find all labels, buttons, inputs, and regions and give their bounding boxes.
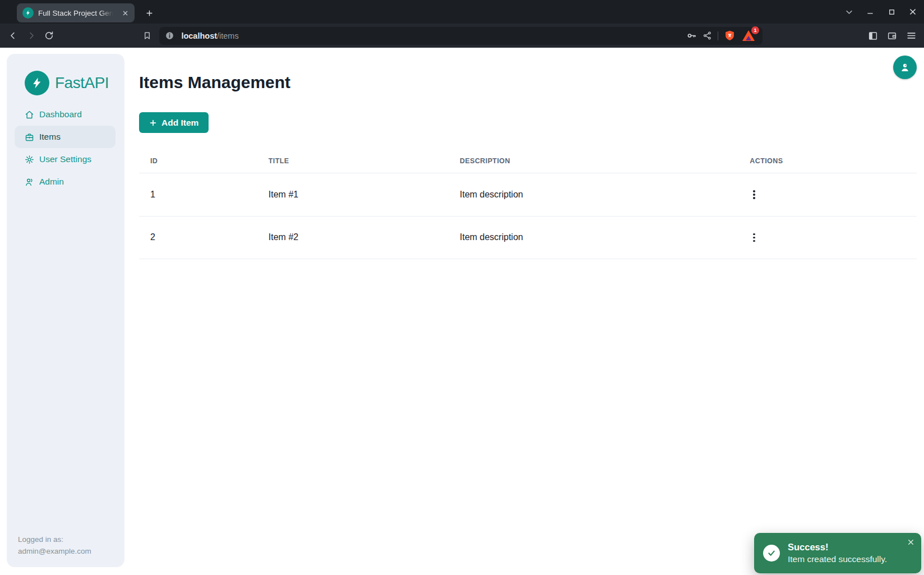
window-maximize-button[interactable] [884, 4, 899, 20]
table-header-row: ID TITLE DESCRIPTION ACTIONS [139, 151, 917, 173]
cell-id: 1 [139, 173, 257, 217]
reload-button[interactable] [40, 27, 58, 45]
menu-icon[interactable] [903, 27, 920, 44]
sidebar-item-label: Items [39, 132, 61, 142]
url-text: localhost/items [181, 31, 238, 40]
logo-text: FastAPI [55, 74, 109, 92]
window-controls [841, 4, 924, 20]
sidebar-item-dashboard[interactable]: Dashboard [15, 103, 116, 126]
cell-title: Item #1 [257, 173, 449, 217]
share-icon[interactable] [703, 31, 712, 40]
cell-id: 2 [139, 216, 257, 259]
cell-description: Item description [449, 216, 738, 259]
browser-toolbar-right [865, 27, 920, 44]
tab-title: Full Stack Project Genera [38, 9, 116, 17]
browser-tab[interactable]: Full Stack Project Genera [17, 3, 135, 22]
toast-text: Success! Item created successfully. [788, 542, 887, 564]
sidebar-item-items[interactable]: Items [15, 126, 116, 148]
logged-in-info: Logged in as: admin@example.com [18, 533, 91, 557]
brave-rewards-icon[interactable]: 1 [741, 29, 756, 43]
app-sidebar: FastAPI Dashboard Items [7, 54, 124, 567]
notification-badge: 1 [751, 26, 759, 34]
row-actions-kebab-icon[interactable] [750, 188, 759, 201]
app-logo: FastAPI [25, 71, 124, 95]
toast-close-icon[interactable] [907, 539, 914, 546]
address-bar[interactable]: localhost/items 1 [159, 27, 763, 45]
add-item-button[interactable]: Add Item [139, 112, 209, 133]
browser-window: Full Stack Project Genera [0, 0, 924, 575]
url-host: localhost [181, 31, 217, 40]
check-circle-icon [763, 545, 780, 562]
tab-close-icon[interactable] [120, 8, 130, 18]
column-header-description: DESCRIPTION [449, 151, 738, 173]
home-icon [25, 110, 34, 119]
sidebar-item-label: Admin [39, 177, 64, 187]
add-item-label: Add Item [161, 118, 198, 128]
fastapi-bolt-icon [25, 71, 49, 95]
cell-title: Item #2 [257, 216, 449, 259]
divider [718, 31, 718, 40]
key-icon[interactable] [686, 30, 697, 41]
toast-title: Success! [788, 542, 887, 553]
sidebar-panel-icon[interactable] [865, 27, 881, 44]
wallet-icon[interactable] [884, 27, 900, 44]
users-icon [25, 177, 34, 187]
rewards-triangle-inner [746, 36, 751, 40]
fastapi-favicon-icon [22, 7, 34, 19]
tab-bar: Full Stack Project Genera [0, 0, 924, 24]
plus-icon [149, 119, 157, 127]
sidebar-nav: Dashboard Items User Settings [7, 103, 124, 193]
briefcase-icon [25, 132, 34, 142]
new-tab-button[interactable] [141, 5, 157, 21]
row-actions-kebab-icon[interactable] [750, 231, 759, 245]
page-title: Items Management [139, 72, 917, 93]
column-header-id: ID [139, 151, 257, 173]
url-path: /items [217, 31, 239, 40]
bookmark-icon[interactable] [138, 27, 156, 45]
logged-in-label: Logged in as: [18, 533, 91, 545]
window-close-button[interactable] [905, 4, 921, 20]
sidebar-item-user-settings[interactable]: User Settings [15, 148, 116, 171]
toast-message: Item created successfully. [788, 554, 887, 564]
main-content: Items Management Add Item ID TITLE DESCR… [139, 48, 917, 575]
sidebar-item-label: User Settings [39, 154, 91, 164]
sidebar-item-label: Dashboard [39, 109, 82, 119]
table-row: 2 Item #2 Item description [139, 216, 917, 259]
column-header-actions: ACTIONS [738, 151, 917, 173]
success-toast: Success! Item created successfully. [754, 533, 921, 573]
brave-shield-icon[interactable] [724, 30, 736, 42]
column-header-title: TITLE [257, 151, 449, 173]
user-avatar-icon [899, 61, 911, 73]
table-row: 1 Item #1 Item description [139, 173, 917, 217]
tab-search-chevron-icon[interactable] [841, 4, 857, 20]
forward-button[interactable] [22, 27, 40, 45]
gear-icon [25, 155, 34, 164]
sidebar-item-admin[interactable]: Admin [15, 171, 116, 193]
user-avatar-button[interactable] [893, 56, 917, 79]
back-button[interactable] [4, 27, 22, 45]
logged-in-email: admin@example.com [18, 545, 91, 557]
items-table: ID TITLE DESCRIPTION ACTIONS 1 Item #1 I… [139, 151, 917, 259]
site-info-icon[interactable] [165, 31, 174, 40]
window-minimize-button[interactable] [862, 4, 878, 20]
cell-description: Item description [449, 173, 738, 217]
navigation-bar: localhost/items 1 [0, 24, 924, 48]
address-bar-actions: 1 [686, 29, 756, 43]
page-content: FastAPI Dashboard Items [0, 48, 924, 575]
